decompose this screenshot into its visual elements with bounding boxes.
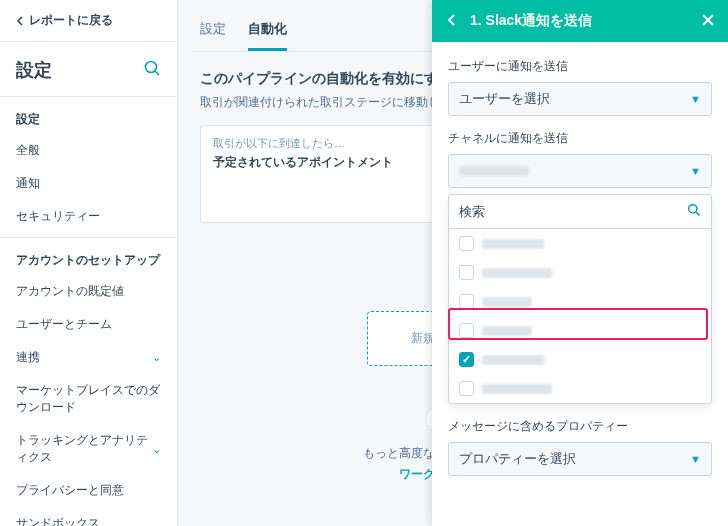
channel-option[interactable]	[449, 229, 711, 258]
channel-option[interactable]	[449, 316, 711, 345]
sidebar-item[interactable]: 通知	[0, 167, 177, 200]
channel-option[interactable]	[449, 287, 711, 316]
tab-automation[interactable]: 自動化	[248, 20, 287, 51]
option-label-redacted	[482, 268, 552, 278]
checkbox[interactable]	[459, 294, 474, 309]
chevron-down-icon: ⌄	[152, 443, 161, 456]
option-label-redacted	[482, 326, 532, 336]
channel-select[interactable]: ▼	[448, 154, 712, 188]
chevron-down-icon: ⌄	[152, 351, 161, 364]
sidebar-item[interactable]: サンドボックス	[0, 507, 177, 526]
search-icon[interactable]	[144, 60, 161, 81]
property-select[interactable]: プロパティーを選択 ▼	[448, 442, 712, 476]
sidebar-item[interactable]: プライバシーと同意	[0, 474, 177, 507]
chevron-down-icon: ▼	[690, 93, 701, 105]
option-label-redacted	[482, 239, 544, 249]
option-label-redacted	[482, 297, 532, 307]
channel-dropdown: 検索	[448, 194, 712, 404]
sidebar-item[interactable]: セキュリティー	[0, 200, 177, 233]
slack-action-panel: 1. Slack通知を送信 ユーザーに通知を送信 ユーザーを選択 ▼ チャネルに…	[432, 0, 728, 526]
channel-option[interactable]	[449, 258, 711, 287]
tab-settings[interactable]: 設定	[200, 20, 226, 51]
svg-point-2	[689, 205, 697, 213]
section-heading: 設定	[0, 101, 177, 134]
panel-header: 1. Slack通知を送信	[432, 0, 728, 42]
back-label: レポートに戻る	[29, 12, 113, 29]
select-placeholder: ユーザーを選択	[459, 90, 550, 108]
sidebar-item[interactable]: ユーザーとチーム	[0, 308, 177, 341]
sidebar-item[interactable]: 連携⌄	[0, 341, 177, 374]
channel-option[interactable]	[449, 374, 711, 403]
sidebar-section: アカウントのセットアップ アカウントの既定値 ユーザーとチーム 連携⌄ マーケッ…	[0, 237, 177, 526]
checkbox[interactable]	[459, 323, 474, 338]
checkbox[interactable]	[459, 381, 474, 396]
channel-option-selected[interactable]	[449, 345, 711, 374]
sidebar-item[interactable]: マーケットプレイスでのダウンロード	[0, 374, 177, 424]
checkbox-checked[interactable]	[459, 352, 474, 367]
chevron-left-icon	[16, 16, 23, 26]
section-heading: アカウントのセットアップ	[0, 242, 177, 275]
panel-title: 1. Slack通知を送信	[470, 12, 690, 30]
sidebar-section: 設定 全般 通知 セキュリティー	[0, 96, 177, 237]
select-placeholder: プロパティーを選択	[459, 450, 576, 468]
search-placeholder: 検索	[459, 203, 687, 221]
close-icon[interactable]	[702, 12, 714, 30]
checkbox[interactable]	[459, 265, 474, 280]
chevron-down-icon: ▼	[690, 165, 701, 177]
chevron-down-icon: ▼	[690, 453, 701, 465]
user-select[interactable]: ユーザーを選択 ▼	[448, 82, 712, 116]
svg-point-0	[146, 61, 157, 72]
sidebar-item[interactable]: 全般	[0, 134, 177, 167]
dropdown-search[interactable]: 検索	[449, 195, 711, 229]
sidebar-item[interactable]: アカウントの既定値	[0, 275, 177, 308]
select-value-redacted	[459, 166, 529, 176]
sidebar-title: 設定	[16, 58, 52, 82]
option-label-redacted	[482, 384, 552, 394]
back-to-reports[interactable]: レポートに戻る	[0, 0, 177, 42]
option-label-redacted	[482, 355, 544, 365]
sidebar-item[interactable]: トラッキングとアナリティクス⌄	[0, 424, 177, 474]
checkbox[interactable]	[459, 236, 474, 251]
back-icon[interactable]	[446, 12, 458, 30]
search-icon	[687, 203, 701, 220]
property-label: メッセージに含めるプロパティー	[448, 418, 712, 435]
channel-notify-label: チャネルに通知を送信	[448, 130, 712, 147]
settings-sidebar: レポートに戻る 設定 設定 全般 通知 セキュリティー アカウントのセットアップ…	[0, 0, 178, 526]
user-notify-label: ユーザーに通知を送信	[448, 58, 712, 75]
